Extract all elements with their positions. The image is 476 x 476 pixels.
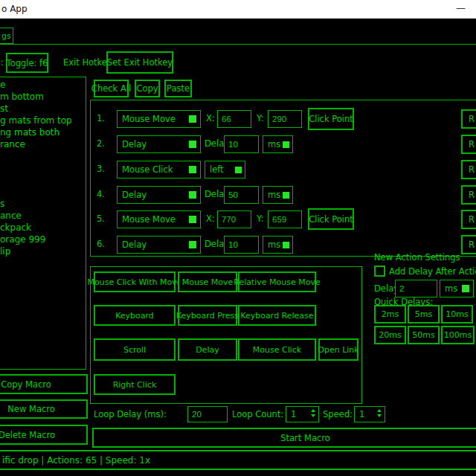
remove-action-button[interactable]: R xyxy=(461,235,476,254)
new-macro-button[interactable]: New Macro xyxy=(0,399,88,419)
stepper-arrows[interactable] xyxy=(311,409,315,417)
toggle-hotkey-label: : xyxy=(1,58,4,68)
relative-mouse-move-button[interactable]: Relative Mouse Move xyxy=(238,271,316,292)
macro-list-item[interactable] xyxy=(0,150,72,162)
x-input[interactable] xyxy=(217,210,251,228)
right-click-button[interactable]: Right Click xyxy=(94,374,176,395)
remove-action-button[interactable]: R xyxy=(461,109,476,129)
y-input[interactable] xyxy=(268,110,302,128)
macro-list-item[interactable]: e xyxy=(0,79,72,91)
action-type-dropdown[interactable]: Mouse Move xyxy=(117,110,201,128)
minimize-icon[interactable]: — xyxy=(456,2,466,13)
scroll-button[interactable]: Scroll xyxy=(94,338,176,361)
action-type-dropdown[interactable]: Mouse Move xyxy=(117,210,201,228)
macro-list-item[interactable]: lip xyxy=(0,245,72,257)
toggle-hotkey-button[interactable]: Toggle: f6 xyxy=(6,53,48,73)
quick-delay-20ms-button[interactable]: 20ms xyxy=(374,326,406,344)
add-delay-checkbox[interactable] xyxy=(374,266,385,277)
delay-input[interactable] xyxy=(224,135,259,153)
dropdown-indicator-icon xyxy=(189,241,196,248)
macro-list-item[interactable]: orage 999 xyxy=(0,234,72,245)
x-label: X: xyxy=(206,114,215,123)
action-row-index: 1. xyxy=(97,114,105,123)
new-action-settings-title: New Action Settings xyxy=(374,253,460,263)
quick-delay-50ms-button[interactable]: 50ms xyxy=(408,326,440,344)
y-input[interactable] xyxy=(268,210,302,228)
macro-list-item[interactable]: st xyxy=(0,103,72,115)
stepper-arrows[interactable] xyxy=(377,409,382,417)
unit-dropdown[interactable]: ms xyxy=(263,186,293,204)
tab-settings[interactable]: gs xyxy=(0,28,13,44)
action-type-value: Mouse Move xyxy=(122,214,176,225)
spinner-down-icon[interactable] xyxy=(311,414,315,417)
app-window: o App — gs : Toggle: f6 Exit Hotkey: Set… xyxy=(0,0,476,476)
dropdown-indicator-icon xyxy=(283,141,289,148)
spinner-down-icon[interactable] xyxy=(377,414,382,417)
speed-stepper[interactable]: 1 xyxy=(354,406,385,422)
copy-button[interactable]: Copy xyxy=(135,80,160,97)
y-label: Y: xyxy=(257,114,263,123)
macro-list-item[interactable] xyxy=(0,162,72,174)
macro-list: e m bottom st g mats from top ng mats bo… xyxy=(0,79,72,257)
macro-list-item[interactable]: ng mats both xyxy=(0,126,72,138)
click-point-button[interactable]: Click Point xyxy=(308,108,354,130)
x-label: X: xyxy=(206,214,215,224)
copy-macro-button[interactable]: Copy Macro xyxy=(0,374,88,394)
mouse-click-with-move-button[interactable]: Mouse Click With Move xyxy=(94,271,176,292)
remove-action-button[interactable]: R xyxy=(461,160,476,179)
macro-list-item[interactable]: ance xyxy=(0,210,72,222)
tab-settings-label: gs xyxy=(1,31,11,41)
delay-button[interactable]: Delay xyxy=(178,338,237,361)
macro-list-item[interactable] xyxy=(0,186,72,198)
macro-list-item[interactable] xyxy=(0,174,72,186)
action-type-value: Delay xyxy=(122,139,147,149)
quick-delay-10ms-button[interactable]: 10ms xyxy=(441,305,473,324)
dropdown-indicator-icon xyxy=(189,191,196,199)
unit-value: ms xyxy=(268,139,280,149)
mouse-button-dropdown[interactable]: left xyxy=(205,161,245,178)
spinner-up-icon[interactable] xyxy=(311,409,315,412)
unit-dropdown[interactable]: ms xyxy=(263,236,293,254)
loop-count-label: Loop Count: xyxy=(232,410,283,419)
action-type-dropdown[interactable]: Delay xyxy=(117,186,201,204)
quick-delay-100ms-button[interactable]: 100ms xyxy=(441,326,475,344)
loop-delay-input[interactable] xyxy=(187,406,228,422)
macro-list-item[interactable]: g mats from top xyxy=(0,115,72,126)
remove-action-button[interactable]: R xyxy=(461,210,476,229)
action-row-index: 6. xyxy=(97,239,105,249)
action-type-dropdown[interactable]: Delay xyxy=(117,236,201,254)
quick-delay-5ms-button[interactable]: 5ms xyxy=(408,305,440,324)
dropdown-indicator-icon xyxy=(462,285,469,292)
delay-input[interactable] xyxy=(224,186,259,204)
unit-dropdown[interactable]: ms xyxy=(263,135,293,153)
macro-list-item[interactable]: m bottom xyxy=(0,91,72,103)
new-delay-unit-dropdown[interactable]: ms xyxy=(440,280,474,298)
macro-list-item[interactable]: s xyxy=(0,198,72,210)
new-delay-input[interactable] xyxy=(395,280,437,298)
click-point-button[interactable]: Click Point xyxy=(308,208,354,230)
add-delay-label: Add Delay After Action xyxy=(389,267,476,277)
open-link-button[interactable]: Open Link xyxy=(318,338,358,361)
keyboard-button[interactable]: Keyboard xyxy=(94,305,176,326)
action-type-dropdown[interactable]: Mouse Click xyxy=(117,161,201,178)
check-all-button[interactable]: Check All xyxy=(94,80,129,97)
macro-list-item[interactable]: rance xyxy=(0,138,72,150)
remove-action-button[interactable]: R xyxy=(461,185,476,205)
quick-delay-2ms-button[interactable]: 2ms xyxy=(374,305,406,324)
keyboard-release-button[interactable]: Keyboard Release xyxy=(238,305,316,326)
delete-macro-button[interactable]: Delete Macro xyxy=(0,425,88,445)
paste-button[interactable]: Paste xyxy=(164,80,192,97)
mouse-move-button[interactable]: Mouse Move xyxy=(178,271,237,292)
set-exit-hotkey-button[interactable]: Set Exit Hotkey xyxy=(106,51,173,74)
remove-action-button[interactable]: R xyxy=(461,135,476,154)
action-type-dropdown[interactable]: Delay xyxy=(117,135,201,153)
x-input[interactable] xyxy=(217,110,251,128)
mouse-click-button[interactable]: Mouse Click xyxy=(238,338,316,361)
start-macro-button[interactable]: Start Macro xyxy=(92,428,476,448)
spinner-up-icon[interactable] xyxy=(377,409,382,412)
keyboard-press-button[interactable]: Keyboard Press xyxy=(178,305,237,326)
dropdown-indicator-icon xyxy=(283,242,289,248)
loop-count-stepper[interactable]: 1 xyxy=(286,406,319,422)
macro-list-item[interactable]: ckpack xyxy=(0,222,72,234)
delay-input[interactable] xyxy=(224,236,259,254)
